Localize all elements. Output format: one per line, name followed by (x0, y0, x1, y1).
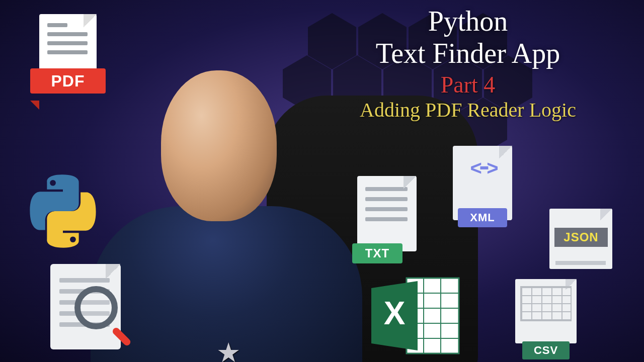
svg-text:X: X (384, 295, 406, 331)
pdf-label: PDF (30, 68, 106, 94)
json-file-icon: JSON (543, 209, 619, 274)
csv-file-icon: CSV (508, 279, 584, 359)
xml-code-glyph: <···> (449, 157, 517, 179)
pdf-file-icon: PDF (30, 14, 106, 110)
title-part: Part 4 (312, 72, 624, 99)
txt-file-icon: TXT (352, 176, 423, 266)
search-document-icon (50, 264, 131, 354)
magnifying-glass-icon (74, 286, 118, 329)
xml-label: XML (458, 208, 507, 227)
xml-file-icon: <···> XML (449, 146, 517, 231)
csv-label: CSV (522, 341, 570, 359)
python-logo-icon (25, 173, 101, 249)
title-subtitle: Adding PDF Reader Logic (312, 99, 624, 122)
excel-file-icon: X (367, 274, 463, 357)
head (161, 70, 277, 221)
txt-label: TXT (352, 243, 403, 263)
title-line-1: Python (312, 5, 624, 37)
json-label: JSON (554, 228, 608, 247)
title-line-2: Text Finder App (312, 37, 624, 69)
shirt-star-logo: ★ (216, 337, 240, 362)
thumbnail-title: Python Text Finder App Part 4 Adding PDF… (312, 5, 624, 122)
